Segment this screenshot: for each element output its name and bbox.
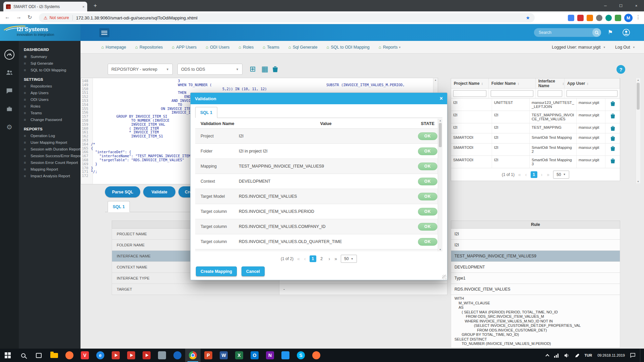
sidebar-item[interactable]: REPORTS (19, 123, 80, 132)
outlook-icon[interactable]: O (247, 349, 262, 362)
file-explorer-icon[interactable] (46, 349, 62, 362)
sidebar-item[interactable]: ≡ SQL to ODI Mapping (19, 67, 80, 73)
add-button[interactable]: ⊞ (250, 65, 256, 73)
bookmark-star-icon[interactable]: ★ (526, 15, 530, 20)
help-icon[interactable]: ? (616, 65, 625, 74)
tab-close-icon[interactable]: × (83, 5, 85, 9)
skype-icon[interactable]: S (293, 349, 309, 362)
powerpoint-icon[interactable]: P (201, 349, 216, 362)
close-button[interactable]: × (629, 0, 644, 11)
tab-sql-1[interactable]: SQL 1 (108, 201, 130, 212)
green-extension-icon[interactable] (615, 15, 621, 21)
resize-handle[interactable] (442, 275, 446, 279)
column-filter-input[interactable] (453, 90, 486, 97)
scroll-down-icon[interactable]: ▼ (636, 180, 640, 183)
rule-row[interactable]: RDS.INVOICE_ITEM_VALUES (451, 284, 620, 295)
row-delete-button[interactable] (605, 143, 620, 156)
rule-row[interactable]: I2I (451, 229, 620, 240)
nav-item[interactable]: ⌂ ODI Users (206, 45, 229, 50)
users-icon[interactable] (4, 68, 14, 78)
pager-next-button[interactable]: › (540, 172, 543, 177)
mapping-type-select[interactable]: ODS to ODS ▼ (177, 64, 243, 75)
firefox-icon[interactable] (62, 349, 77, 362)
task-view-icon[interactable] (31, 349, 46, 362)
pager-next-button[interactable]: › (328, 256, 331, 261)
dialog-scrollbar[interactable]: ▲ ▼ (438, 119, 442, 251)
sidebar-item[interactable]: ≡ Roles (19, 103, 80, 110)
dialog-tab-sql-1[interactable]: SQL 1 (195, 107, 217, 118)
settings-icon[interactable]: ⚙ (4, 122, 14, 132)
sidebar-item[interactable]: ≡ Mapping Report (19, 166, 80, 173)
column-header[interactable]: Interface Name ↕ (536, 78, 565, 88)
scroll-up-icon[interactable]: ▲ (636, 79, 640, 81)
sidebar-item[interactable]: ≡ User Mapping Report (19, 139, 80, 146)
pager-first-button[interactable]: « (297, 256, 301, 261)
url-text[interactable]: 172.30.1.38:9060/smart-odi-gui/secure/sq… (76, 15, 523, 20)
browser-tab[interactable]: SMART ODI - i2i Systems × (3, 2, 87, 11)
adblock-extension-icon[interactable] (577, 15, 584, 21)
sort-icon[interactable]: ↕ (587, 81, 589, 85)
column-filter-input[interactable] (491, 90, 533, 97)
header-search-input[interactable]: Search (534, 28, 601, 37)
nav-item[interactable]: ⌂ Teams (263, 45, 279, 50)
not-secure-label[interactable]: Not secure (50, 15, 69, 20)
account-icon[interactable] (623, 29, 630, 38)
volume-icon[interactable] (562, 349, 572, 362)
grid-view-button[interactable]: ▦ (261, 65, 268, 73)
media-app-1-icon[interactable] (108, 349, 123, 362)
parse-sql-button[interactable]: Parse SQL (105, 186, 140, 197)
pager-first-button[interactable]: « (518, 172, 522, 177)
mapping-row[interactable]: SMARTODI I2I SmartOdi Test Mapping mansu… (451, 133, 620, 143)
pager-page[interactable]: 2 (318, 255, 325, 262)
sort-icon[interactable]: ↕ (518, 81, 520, 85)
sidebar-item[interactable]: ≡ Teams (19, 110, 80, 116)
omnibox[interactable]: ⚠ Not secure 172.30.1.38:9060/smart-odi-… (39, 13, 535, 22)
logout-menu[interactable]: Log Out ▾ (615, 45, 635, 50)
sidebar-item[interactable]: DASHBOARD (19, 44, 80, 53)
column-filter-input[interactable] (538, 90, 562, 97)
clock[interactable]: 09:26 18.11.2019 (595, 349, 628, 362)
pen-icon[interactable] (572, 349, 582, 362)
panel-scrollbar[interactable]: ▲ ▼ (636, 78, 640, 183)
projects-icon[interactable] (4, 104, 14, 114)
media-app-2-icon[interactable] (123, 349, 139, 362)
row-delete-button[interactable] (605, 99, 620, 111)
dialog-close-icon[interactable]: × (440, 96, 443, 102)
pager-last-button[interactable]: » (546, 172, 550, 177)
blue-app-icon[interactable] (170, 349, 185, 362)
dashboard-icon[interactable] (4, 50, 14, 60)
rule-row[interactable]: TEST_MAPPING_INVOICE_ITEM_VALUES9 (451, 251, 620, 262)
sidebar-toggle-button[interactable] (99, 28, 109, 37)
sidebar-item[interactable]: ≡ Change Password (19, 116, 80, 123)
scrollbar-thumb[interactable] (637, 83, 640, 110)
action-center-icon[interactable] (628, 349, 638, 362)
gray-app-icon[interactable] (154, 349, 170, 362)
nav-item[interactable]: ⌂ Roles (238, 45, 254, 50)
pager-page[interactable]: 1 (531, 171, 537, 178)
search-icon[interactable] (15, 349, 31, 362)
sidebar-item[interactable]: ≡ App Users (19, 89, 80, 96)
sidebar-item[interactable]: SETTINGS (19, 73, 80, 83)
search-icon[interactable] (592, 28, 601, 37)
reload-button[interactable]: ↻ (28, 14, 32, 20)
nav-item[interactable]: ⌂ Homepage (101, 45, 126, 50)
chrome-icon[interactable] (185, 349, 201, 362)
row-delete-button[interactable] (605, 156, 620, 168)
row-delete-button[interactable] (605, 111, 620, 123)
start-icon[interactable] (0, 349, 15, 362)
nav-item[interactable]: ⌂ SQL to ODI Mapping (326, 45, 369, 50)
create-mapping-dialog-button[interactable]: Create Mapping (196, 266, 237, 276)
browser-menu-icon[interactable]: ⋮ (636, 14, 641, 20)
minimize-button[interactable]: ─ (598, 0, 613, 11)
rule-row[interactable]: Type1 (451, 273, 620, 284)
pager-last-button[interactable]: » (334, 256, 338, 261)
repository-select[interactable]: REPOSITORY - workrep ▼ (108, 64, 173, 75)
row-delete-button[interactable] (605, 133, 620, 143)
sidebar-item[interactable]: ≡ Sql Generate (19, 60, 80, 67)
new-tab-button[interactable]: + (91, 2, 99, 10)
rule-row[interactable]: I2I (451, 240, 620, 251)
messages-icon[interactable] (4, 86, 14, 96)
gray-extension-icon[interactable] (596, 15, 602, 21)
column-filter-input[interactable] (567, 90, 618, 97)
nav-item[interactable]: ⌂ Sql Generate (288, 45, 318, 50)
